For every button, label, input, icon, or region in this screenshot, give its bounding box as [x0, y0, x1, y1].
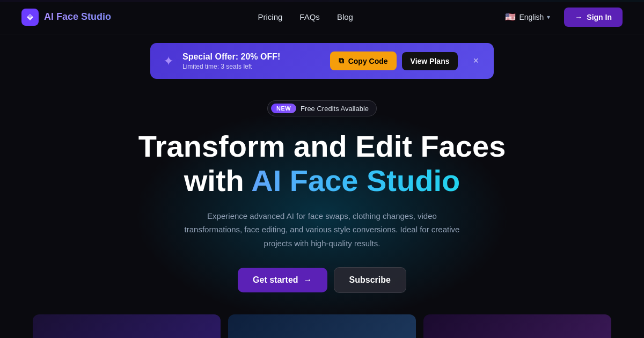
preview-card-3	[423, 314, 611, 338]
hero-title-plain: with	[184, 164, 251, 197]
badge-text: Free Credits Available	[301, 105, 369, 113]
get-started-label: Get started	[253, 275, 298, 285]
chevron-down-icon: ▾	[547, 13, 550, 21]
new-badge-container: New Free Credits Available	[267, 100, 377, 116]
hero-title: Transform and Edit Faces with AI Face St…	[138, 129, 506, 199]
banner-actions: ⧉ Copy Code View Plans	[330, 52, 458, 70]
new-badge: New	[271, 104, 296, 113]
hero-title-gradient: AI Face Studio	[251, 164, 460, 197]
sign-in-label: Sign In	[587, 13, 612, 21]
nav-blog[interactable]: Blog	[337, 12, 353, 21]
language-selector[interactable]: 🇺🇸 English ▾	[500, 9, 555, 25]
banner-subtitle: Limited time: 3 seats left	[182, 63, 321, 70]
subscribe-button[interactable]: Subscribe	[334, 267, 406, 293]
banner-text-area: Special Offer: 20% OFF! Limited time: 3 …	[182, 52, 321, 70]
copy-icon: ⧉	[339, 56, 344, 65]
logo-icon	[21, 9, 39, 26]
banner-close-button[interactable]: ×	[471, 53, 481, 69]
flag-icon: 🇺🇸	[505, 12, 516, 22]
hero-subtitle: Experience advanced AI for face swaps, c…	[182, 209, 462, 251]
get-started-button[interactable]: Get started →	[238, 268, 327, 292]
preview-cards	[11, 314, 633, 338]
copy-code-button[interactable]: ⧉ Copy Code	[330, 52, 397, 70]
nav-pricing[interactable]: Pricing	[258, 12, 283, 21]
hero-title-line1: Transform and Edit Faces	[138, 129, 506, 164]
hero-actions: Get started → Subscribe	[238, 267, 406, 293]
view-plans-label: View Plans	[411, 57, 450, 65]
header: AI Face Studio Pricing FAQs Blog 🇺🇸 Engl…	[0, 0, 644, 34]
logo-text: AI Face Studio	[44, 11, 111, 23]
preview-card-2	[228, 314, 416, 338]
star-icon: ✦	[163, 54, 174, 69]
promo-banner: ✦ Special Offer: 20% OFF! Limited time: …	[150, 43, 494, 79]
sign-in-icon: →	[575, 13, 582, 21]
sign-in-button[interactable]: → Sign In	[564, 8, 623, 27]
main-nav: Pricing FAQs Blog	[258, 12, 353, 21]
language-label: English	[519, 13, 544, 21]
view-plans-button[interactable]: View Plans	[402, 52, 458, 70]
subscribe-label: Subscribe	[349, 275, 391, 284]
arrow-icon: →	[304, 275, 312, 285]
header-right: 🇺🇸 English ▾ → Sign In	[500, 8, 623, 27]
hero-title-line2: with AI Face Studio	[138, 164, 506, 198]
logo[interactable]: AI Face Studio	[21, 9, 111, 26]
copy-code-label: Copy Code	[348, 57, 388, 65]
main-content: New Free Credits Available Transform and…	[0, 87, 644, 338]
nav-faqs[interactable]: FAQs	[299, 12, 320, 21]
banner-title: Special Offer: 20% OFF!	[182, 52, 321, 62]
preview-card-1	[33, 314, 221, 338]
